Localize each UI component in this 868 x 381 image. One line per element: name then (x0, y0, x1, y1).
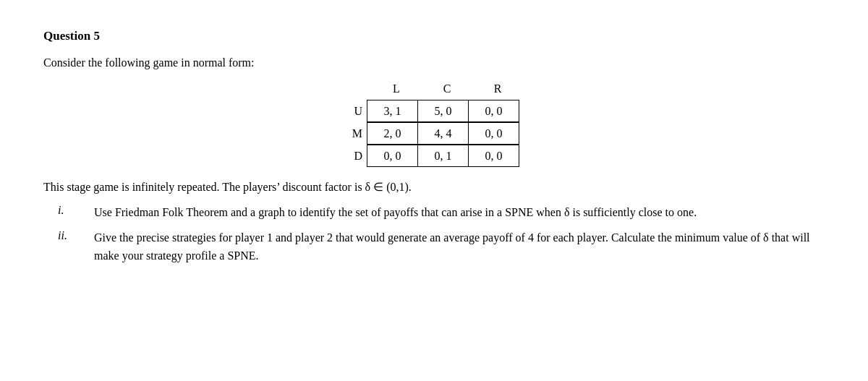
row-label-U: U (345, 105, 367, 118)
game-table-U: 3, 1 5, 0 0, 0 (367, 100, 519, 122)
table-row-M: M 2, 0 4, 4 0, 0 (345, 122, 519, 145)
col-header-R: R (472, 82, 523, 98)
part-i: i. Use Friedman Folk Theorem and a graph… (58, 204, 825, 222)
game-table-container: L C R U 3, 1 5, 0 0, 0 M 2, (345, 82, 523, 167)
col-headers-row: L C R (371, 82, 523, 98)
col-header-C: C (422, 82, 472, 98)
part-ii: ii. Give the precise strategies for play… (58, 229, 825, 265)
cell-U-C: 5, 0 (418, 100, 469, 122)
cell-D-C: 0, 1 (418, 145, 469, 167)
question-title: Question 5 (43, 29, 825, 43)
cell-D-R: 0, 0 (469, 145, 519, 167)
row-label-D: D (345, 150, 367, 163)
cell-M-C: 4, 4 (418, 123, 469, 145)
cell-M-L: 2, 0 (367, 123, 418, 145)
game-table-M: 2, 0 4, 4 0, 0 (367, 122, 519, 145)
parts-container: i. Use Friedman Folk Theorem and a graph… (58, 204, 825, 265)
row-label-M: M (345, 127, 367, 140)
cell-M-R: 0, 0 (469, 123, 519, 145)
game-table-D: 0, 0 0, 1 0, 0 (367, 145, 519, 167)
stage-game-text: This stage game is infinitely repeated. … (43, 180, 825, 194)
part-ii-label: ii. (58, 229, 94, 242)
table-body: U 3, 1 5, 0 0, 0 M 2, 0 4, 4 0, 0 (345, 100, 519, 167)
cell-D-L: 0, 0 (367, 145, 418, 167)
cell-U-R: 0, 0 (469, 100, 519, 122)
part-i-content: Use Friedman Folk Theorem and a graph to… (94, 204, 825, 222)
part-ii-content: Give the precise strategies for player 1… (94, 229, 825, 265)
cell-U-L: 3, 1 (367, 100, 418, 122)
table-row-D: D 0, 0 0, 1 0, 0 (345, 145, 519, 167)
game-table-wrapper: L C R U 3, 1 5, 0 0, 0 M 2, (43, 82, 825, 167)
table-row-U: U 3, 1 5, 0 0, 0 (345, 100, 519, 122)
intro-text: Consider the following game in normal fo… (43, 56, 825, 69)
part-i-label: i. (58, 204, 94, 217)
col-header-L: L (371, 82, 422, 98)
